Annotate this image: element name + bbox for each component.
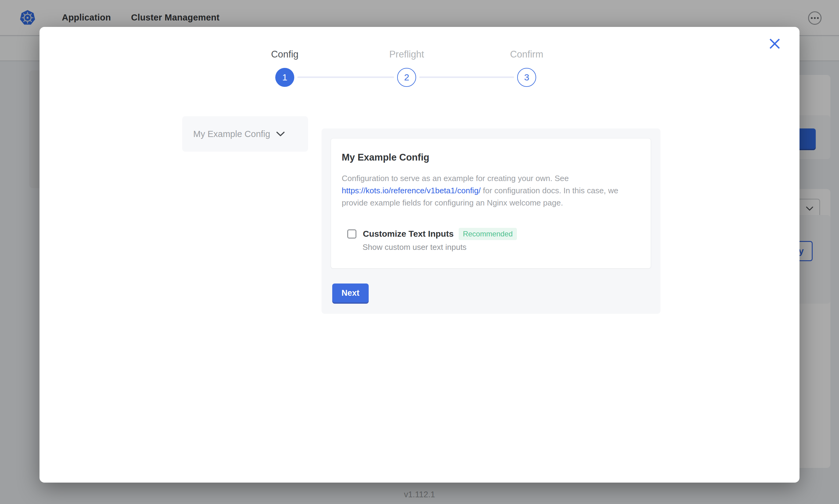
config-section-panel: My Example Config Configuration to serve… [322,128,661,314]
next-button[interactable]: Next [332,284,369,303]
config-group-title: My Example Config [342,152,429,163]
config-group-dropdown-label: My Example Config [193,129,270,139]
config-wizard-modal: Config Preflight Confirm 1 2 3 My Exampl… [39,27,800,483]
checkbox-row: Customize Text Inputs Recommended [347,228,517,240]
config-group-dropdown[interactable]: My Example Config [182,116,308,152]
recommended-badge: Recommended [459,228,517,240]
step-connector-2 [419,76,514,78]
step-label-preflight: Preflight [367,49,446,60]
checkbox-help-text: Show custom user text inputs [362,242,467,252]
step-connector-1 [297,76,394,78]
config-group-description: Configuration to serve as an example for… [342,172,639,209]
customize-text-inputs-checkbox[interactable] [347,229,356,238]
config-group-card: My Example Config Configuration to serve… [331,138,651,269]
close-icon[interactable] [767,36,782,51]
step-circle-3: 3 [517,68,536,87]
chevron-down-icon [276,131,285,137]
step-label-config: Config [245,49,325,60]
checkbox-label[interactable]: Customize Text Inputs [363,229,454,239]
step-circle-1: 1 [275,68,294,87]
step-label-confirm: Confirm [487,49,566,60]
config-docs-link[interactable]: https://kots.io/reference/v1beta1/config… [342,186,481,195]
screen: Application Cluster Management 0 y v1.11… [0,0,839,504]
step-circle-2: 2 [397,68,416,87]
